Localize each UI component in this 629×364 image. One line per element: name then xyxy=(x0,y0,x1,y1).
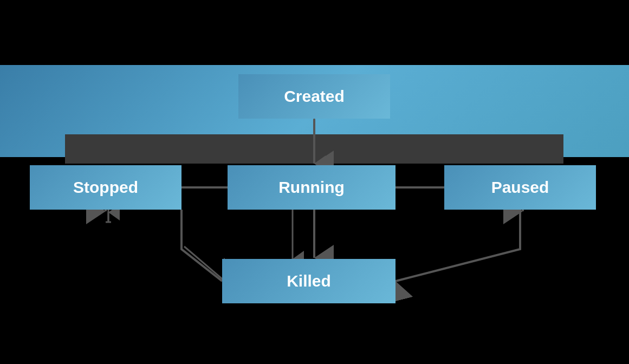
state-killed-label: Killed xyxy=(287,272,331,290)
state-stopped: Stopped xyxy=(30,165,181,210)
state-killed: Killed xyxy=(222,259,395,303)
svg-line-10 xyxy=(184,246,225,281)
state-created: Created xyxy=(238,74,390,119)
state-stopped-label: Stopped xyxy=(73,178,138,197)
state-running-label: Running xyxy=(278,178,345,197)
diagram-container: Created Running Stopped Paused Killed xyxy=(0,0,629,364)
dark-bar xyxy=(65,134,563,164)
state-paused: Paused xyxy=(444,165,596,210)
state-running: Running xyxy=(228,165,395,210)
state-created-label: Created xyxy=(284,87,345,106)
state-paused-label: Paused xyxy=(491,178,549,197)
